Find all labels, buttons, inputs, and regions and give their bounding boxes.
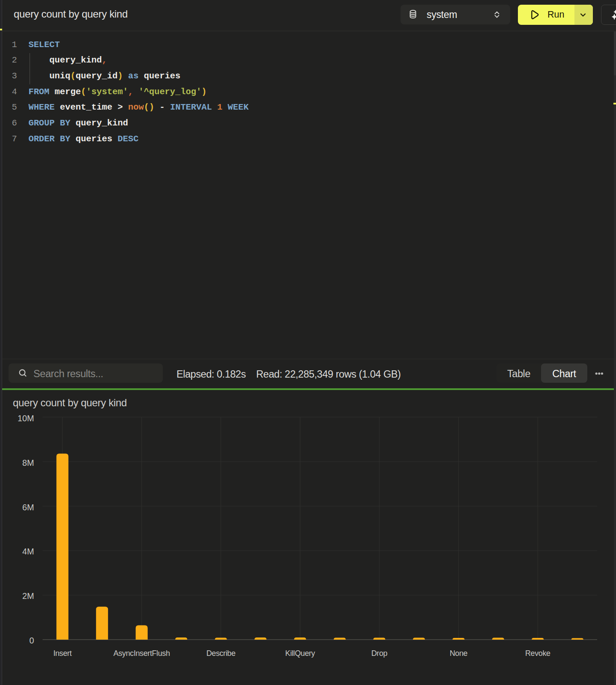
- svg-text:Drop: Drop: [371, 649, 388, 658]
- svg-text:None: None: [450, 649, 468, 658]
- svg-text:0: 0: [29, 636, 34, 645]
- svg-text:KillQuery: KillQuery: [285, 649, 315, 658]
- svg-text:8M: 8M: [22, 458, 34, 468]
- svg-text:6M: 6M: [22, 503, 34, 512]
- svg-text:Revoke: Revoke: [525, 649, 550, 658]
- svg-text:10M: 10M: [18, 414, 34, 423]
- svg-text:Insert: Insert: [53, 649, 72, 658]
- svg-text:Describe: Describe: [206, 649, 236, 658]
- svg-text:AsyncInsertFlush: AsyncInsertFlush: [114, 649, 170, 658]
- svg-text:2M: 2M: [22, 591, 34, 601]
- svg-text:4M: 4M: [22, 547, 34, 556]
